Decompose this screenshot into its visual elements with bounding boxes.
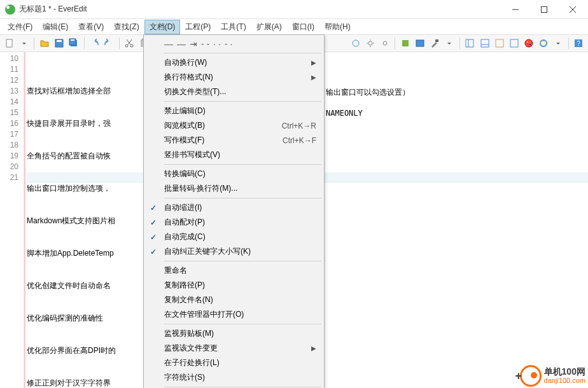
svg-rect-27 [510, 39, 518, 47]
save-all-icon[interactable] [67, 36, 81, 50]
save-icon[interactable] [52, 36, 66, 50]
maximize-button[interactable] [529, 1, 558, 18]
line-number[interactable]: 21 [0, 172, 18, 183]
document-menu-dropdown: ——⇥- -· ·- · 自动换行(W)▶ 换行符格式(N)▶ 切换文件类型(T… [143, 34, 325, 388]
cut-icon[interactable] [123, 36, 136, 50]
watermark: 单机100网 danji100.com [520, 365, 585, 387]
dd-auto-complete[interactable]: ✓自动完成(C) [145, 230, 323, 244]
puzzle-icon[interactable] [398, 36, 412, 50]
dd-auto-indent[interactable]: ✓自动缩进(I) [145, 200, 323, 215]
line-number[interactable]: 16 [0, 118, 18, 129]
window-title: 无标题1 * - EverEdit [19, 4, 501, 15]
menu-tools[interactable]: 工具(T) [216, 20, 251, 34]
undo-icon[interactable] [88, 36, 101, 50]
minimize-button[interactable] [501, 1, 529, 18]
dropdown2-icon[interactable] [443, 36, 456, 50]
gear-icon[interactable] [363, 36, 377, 50]
line-number[interactable]: 13 [0, 86, 18, 97]
line-number[interactable]: 20 [0, 162, 18, 172]
hammer-icon[interactable] [428, 36, 442, 50]
gutter[interactable]: 10 11 12 13 14 15 16 17 18 19 20 21 [0, 52, 24, 388]
line-number[interactable]: 17 [0, 129, 18, 140]
menu-edit[interactable]: 编辑(E) [38, 20, 73, 34]
line-number[interactable]: 18 [0, 140, 18, 151]
menu-window[interactable]: 窗口(I) [287, 20, 319, 34]
dd-copy-name[interactable]: 复制文件名(N) [145, 293, 323, 307]
svg-rect-4 [6, 39, 12, 47]
svg-point-30 [529, 41, 531, 43]
watermark-title: 单机100网 [544, 367, 585, 376]
link-icon[interactable] [349, 36, 362, 50]
line-number[interactable]: 14 [0, 97, 18, 107]
svg-point-28 [525, 39, 533, 47]
line-number[interactable]: 15 [0, 107, 18, 118]
dropdown3-icon[interactable] [552, 36, 565, 50]
bg-text: NAMEONLY [326, 109, 363, 118]
dd-watch-file[interactable]: 监视该文件变更▶ [145, 341, 323, 356]
watermark-logo-icon [520, 365, 542, 387]
menu-help[interactable]: 帮助(H) [319, 20, 356, 34]
dd-rename[interactable]: 重命名 [145, 263, 323, 278]
menu-view[interactable]: 查看(V) [73, 20, 109, 34]
palette-icon[interactable] [522, 36, 535, 50]
menu-extensions[interactable]: 扩展(A) [251, 20, 287, 34]
svg-point-18 [383, 41, 387, 45]
panel1-icon[interactable] [463, 36, 477, 50]
svg-rect-19 [402, 40, 409, 46]
dd-auto-pair[interactable]: ✓自动配对(P) [145, 215, 323, 230]
dd-auto-case[interactable]: ✓自动纠正关键字大小写(K) [145, 244, 323, 259]
titlebar: 无标题1 * - EverEdit [0, 0, 588, 19]
svg-point-29 [527, 41, 528, 43]
gear2-icon[interactable] [378, 36, 391, 50]
panel3-icon[interactable] [493, 36, 506, 50]
dd-batch[interactable]: 批量转码·换行符(M)... [145, 181, 323, 196]
svg-point-17 [368, 41, 372, 45]
panel4-icon[interactable] [507, 36, 521, 50]
panel2-icon[interactable] [478, 36, 491, 50]
svg-point-11 [130, 45, 133, 47]
svg-rect-21 [435, 39, 438, 42]
dd-auto-wrap[interactable]: 自动换行(W)▶ [145, 55, 323, 70]
dd-read-mode[interactable]: 阅览模式(B)Ctrl+K→R [145, 118, 323, 133]
line-number[interactable]: 19 [0, 151, 18, 162]
dd-line-style-row[interactable]: ——⇥- -· ·- · [145, 36, 323, 51]
ie-icon[interactable] [537, 36, 550, 50]
dd-watch-clip[interactable]: 监视剪贴板(M) [145, 326, 323, 341]
window-icon[interactable] [414, 36, 427, 50]
svg-rect-20 [416, 40, 424, 46]
dd-sub-exec[interactable]: 在子行处换行(L) [145, 356, 323, 370]
dd-vertical[interactable]: 竖排书写模式(V) [145, 148, 323, 162]
menu-search[interactable]: 查找(Z) [109, 20, 144, 34]
dd-convert-enc[interactable]: 转换编码(C) [145, 167, 323, 181]
watermark-url: danji100.com [544, 376, 585, 385]
dd-wrap-format[interactable]: 换行符格式(N)▶ [145, 70, 323, 85]
menubar: 文件(F) 编辑(E) 查看(V) 查找(Z) 文档(D) 工程(P) 工具(T… [0, 19, 588, 34]
dropdown-icon[interactable] [17, 36, 31, 50]
menu-project[interactable]: 工程(P) [180, 20, 216, 34]
close-button[interactable] [558, 1, 587, 18]
svg-point-32 [540, 40, 547, 46]
menu-file[interactable]: 文件(F) [3, 20, 38, 34]
dd-switch-type[interactable]: 切换文件类型(T)... [145, 85, 323, 99]
svg-point-10 [125, 45, 128, 47]
svg-rect-9 [71, 39, 74, 41]
dd-write-mode[interactable]: 写作模式(F)Ctrl+K→F [145, 133, 323, 148]
line-number[interactable]: 12 [0, 75, 18, 86]
dd-no-edit[interactable]: 禁止编辑(D) [145, 104, 323, 118]
svg-rect-24 [481, 39, 489, 47]
dd-open-in-fm[interactable]: 在文件管理器中打开(O) [145, 307, 323, 322]
svg-rect-1 [541, 6, 547, 12]
redo-icon[interactable] [102, 36, 116, 50]
menu-document[interactable]: 文档(D) [144, 20, 181, 34]
line-number[interactable]: 10 [0, 53, 18, 64]
dd-char-stats[interactable]: 字符统计(S) [145, 370, 323, 385]
open-icon[interactable] [38, 36, 51, 50]
help-icon[interactable]: ? [572, 36, 585, 50]
svg-rect-6 [57, 40, 62, 42]
svg-point-31 [529, 44, 531, 45]
new-file-icon[interactable] [3, 36, 16, 50]
svg-text:?: ? [577, 40, 581, 47]
dd-copy-path[interactable]: 复制路径(P) [145, 278, 323, 293]
line-number[interactable]: 11 [0, 64, 18, 75]
bg-text: 输出窗口可以勾选设置） [326, 87, 410, 98]
